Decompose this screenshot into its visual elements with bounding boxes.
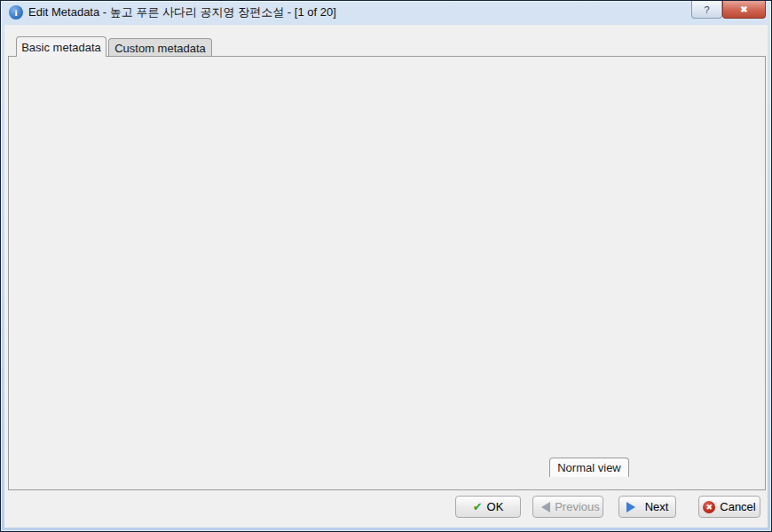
edit-metadata-window: i Edit Metadata - 높고 푸른 사다리 공지영 장편소설 - [… <box>0 0 772 532</box>
ok-button[interactable]: ✔OK <box>455 496 521 518</box>
tab-content-frame <box>8 56 766 490</box>
titlebar[interactable]: i Edit Metadata - 높고 푸른 사다리 공지영 장편소설 - [… <box>1 1 771 24</box>
next-button[interactable]: Next <box>618 496 676 518</box>
close-icon: ✖ <box>740 4 747 14</box>
window-info-icon: i <box>9 5 23 20</box>
window-title: Edit Metadata - 높고 푸른 사다리 공지영 장편소설 - [1 … <box>28 4 336 20</box>
tab-normal-view[interactable]: Normal view <box>549 458 629 477</box>
previous-arrow-icon <box>536 502 550 512</box>
cancel-button[interactable]: ✖Cancel <box>698 496 760 518</box>
previous-label: Previous <box>555 500 600 513</box>
close-button[interactable]: ✖ <box>722 1 766 19</box>
cancel-icon: ✖ <box>703 501 715 513</box>
tab-custom-metadata[interactable]: Custom metadata <box>108 38 212 57</box>
cancel-label: Cancel <box>720 500 755 513</box>
next-label: Next <box>645 500 669 513</box>
check-icon: ✔ <box>473 500 483 513</box>
next-arrow-icon <box>626 502 641 512</box>
tab-basic-metadata[interactable]: Basic metadata <box>16 36 106 57</box>
previous-button[interactable]: Previous <box>532 496 603 518</box>
ok-label: OK <box>487 500 504 513</box>
help-button[interactable]: ? <box>691 1 722 19</box>
